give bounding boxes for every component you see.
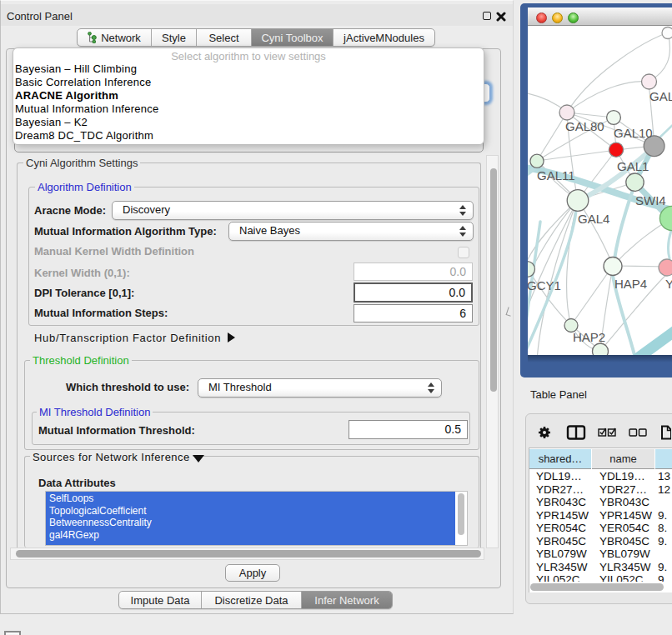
svg-text:GAL10: GAL10 (614, 126, 653, 140)
svg-text:GCY1: GCY1 (528, 278, 561, 292)
svg-text:GAL2: GAL2 (649, 89, 672, 103)
svg-text:SWI4: SWI4 (635, 193, 666, 208)
svg-text:YJ: YJ (665, 277, 672, 291)
svg-text:GAL11: GAL11 (537, 168, 575, 182)
svg-text:HAP2: HAP2 (573, 330, 605, 344)
svg-text:GAL1: GAL1 (617, 159, 649, 173)
svg-text:GAL4: GAL4 (578, 212, 609, 226)
svg-text:GAL80: GAL80 (565, 119, 604, 133)
svg-text:HAP4: HAP4 (614, 277, 647, 291)
